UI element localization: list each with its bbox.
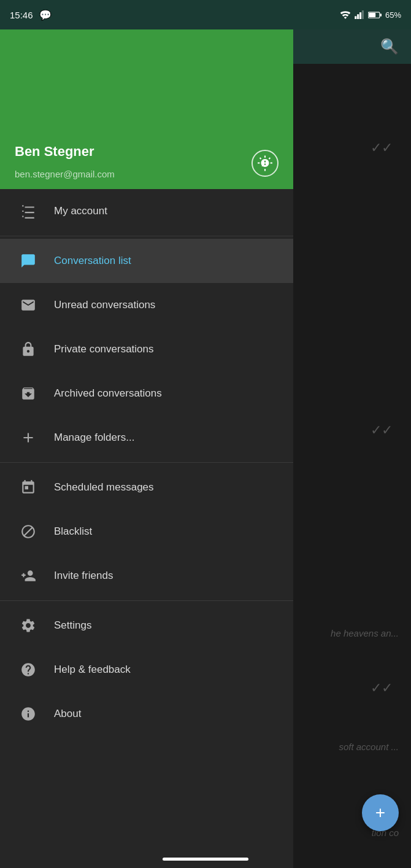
user-email: ben.stegner@gmail.com <box>15 169 115 179</box>
sidebar-item-label: My account <box>54 205 107 217</box>
svg-rect-1 <box>357 14 359 19</box>
drawer-header: Ben Stegner ben.stegner@gmail.com Z <box>0 29 293 189</box>
home-indicator <box>163 858 248 861</box>
account-icon <box>15 203 42 219</box>
sidebar-item-conversation-list[interactable]: Conversation list <box>0 239 293 283</box>
lock-icon <box>15 341 42 357</box>
sidebar-item-help-feedback[interactable]: Help & feedback <box>0 648 293 692</box>
sidebar-item-about[interactable]: About <box>0 692 293 736</box>
check-mark-2: ✓✓ <box>371 422 393 438</box>
user-name: Ben Stegner <box>15 144 94 160</box>
navigation-drawer: Ben Stegner ben.stegner@gmail.com Z My a… <box>0 29 293 868</box>
sidebar-item-label: Scheduled messages <box>54 481 154 494</box>
plus-icon <box>15 430 42 446</box>
snooze-button[interactable]: Z <box>252 150 278 177</box>
sidebar-item-label: Private conversations <box>54 343 154 355</box>
sidebar-item-archived-conversations[interactable]: Archived conversations <box>0 371 293 416</box>
compose-fab[interactable]: + <box>362 794 399 831</box>
person-add-icon <box>15 568 42 584</box>
info-icon <box>15 706 42 722</box>
time: 15:46 <box>10 10 33 20</box>
svg-rect-3 <box>362 10 364 19</box>
mail-icon <box>15 297 42 313</box>
preview-text-2: soft account ... <box>339 742 399 752</box>
sidebar-item-label: Conversation list <box>54 255 131 267</box>
sidebar-item-label: Blacklist <box>54 525 92 538</box>
sidebar-item-private-conversations[interactable]: Private conversations <box>0 327 293 371</box>
status-right: 65% <box>340 10 401 20</box>
chat-icon <box>15 253 42 269</box>
svg-rect-6 <box>369 12 375 17</box>
status-bar: 15:46 💬 65% <box>0 0 411 29</box>
message-icon: 💬 <box>39 9 52 21</box>
sidebar-item-label: Invite friends <box>54 570 113 582</box>
sidebar-item-manage-folders[interactable]: Manage folders... <box>0 416 293 460</box>
battery-percent: 65% <box>385 10 401 20</box>
divider-1 <box>0 236 293 236</box>
svg-rect-2 <box>359 12 361 19</box>
check-mark-1: ✓✓ <box>371 140 393 156</box>
sidebar-item-label: Manage folders... <box>54 432 134 444</box>
sidebar-item-settings[interactable]: Settings <box>0 603 293 648</box>
archive-icon <box>15 386 42 401</box>
preview-text-1: he heavens an... <box>331 628 399 638</box>
settings-icon <box>15 618 42 634</box>
sidebar-item-invite-friends[interactable]: Invite friends <box>0 554 293 598</box>
sidebar-item-blacklist[interactable]: Blacklist <box>0 510 293 554</box>
compose-icon: + <box>375 803 385 823</box>
sidebar-item-label: Archived conversations <box>54 387 162 400</box>
search-icon[interactable]: 🔍 <box>380 38 399 55</box>
svg-rect-0 <box>355 16 356 19</box>
sidebar-item-label: Unread conversations <box>54 299 155 311</box>
help-icon <box>15 662 42 678</box>
divider-2 <box>0 462 293 463</box>
svg-rect-5 <box>380 14 382 17</box>
sidebar-item-my-account[interactable]: My account <box>0 189 293 233</box>
sidebar-item-label: About <box>54 708 81 720</box>
sidebar-item-label: Help & feedback <box>54 664 131 676</box>
calendar-icon <box>15 479 42 495</box>
battery-icon <box>368 11 382 19</box>
wifi-icon <box>340 10 351 19</box>
block-icon <box>15 524 42 540</box>
status-left: 15:46 💬 <box>10 9 52 21</box>
sidebar-item-unread-conversations[interactable]: Unread conversations <box>0 283 293 327</box>
svg-text:Z: Z <box>262 162 265 168</box>
check-mark-3: ✓✓ <box>371 680 393 696</box>
sidebar-item-scheduled-messages[interactable]: Scheduled messages <box>0 465 293 510</box>
divider-3 <box>0 600 293 601</box>
snooze-icon-svg: Z <box>257 155 273 171</box>
signal-icon <box>355 10 364 19</box>
sidebar-item-label: Settings <box>54 619 91 632</box>
drawer-menu: My account Conversation list Unread conv… <box>0 189 293 868</box>
